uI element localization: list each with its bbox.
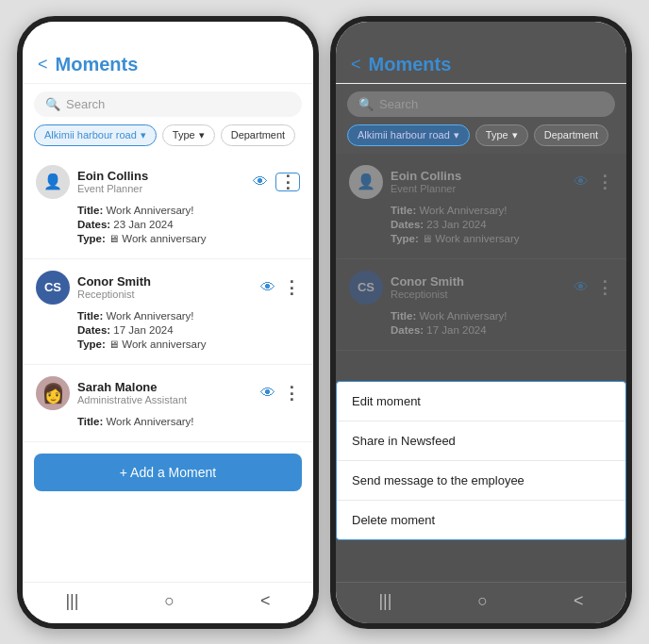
chevron-down-icon-type-right: ▾ bbox=[512, 129, 518, 141]
employee-name-2-left: Conor Smith bbox=[77, 274, 151, 289]
employee-name-3-left: Sarah Malone bbox=[77, 380, 187, 394]
context-menu-item-share[interactable]: Share in Newsfeed bbox=[337, 421, 625, 461]
filter-type-label-left: Type bbox=[173, 129, 195, 140]
filter-location-right[interactable]: Alkimii harbour road ▾ bbox=[347, 124, 470, 146]
bottom-nav-right: ||| ○ < bbox=[336, 582, 626, 623]
content-right: 👤 Eoin Collins Event Planner 👁 ⋮ Title: … bbox=[336, 154, 626, 582]
view-icon-1-left[interactable]: 👁 bbox=[253, 173, 268, 190]
content-left: 👤 Eoin Collins Event Planner 👁 ⋮ Title: … bbox=[23, 154, 313, 582]
employee-role-3-left: Administrative Assistant bbox=[77, 394, 187, 405]
chevron-down-icon-right: ▾ bbox=[454, 129, 459, 141]
search-placeholder-left: Search bbox=[66, 97, 105, 111]
chevron-down-icon-left: ▾ bbox=[141, 129, 146, 141]
filter-type-right[interactable]: Type ▾ bbox=[475, 124, 528, 146]
title-row-1-left: Title: Work Anniversary! bbox=[36, 205, 300, 216]
avatar-1-left: 👤 bbox=[36, 165, 70, 199]
status-bar-left bbox=[23, 22, 313, 48]
title-row-3-left: Title: Work Anniversary! bbox=[36, 416, 300, 427]
search-placeholder-right: Search bbox=[379, 97, 418, 111]
employee-name-1-left: Eoin Collins bbox=[77, 169, 148, 183]
search-icon-right: 🔍 bbox=[358, 97, 374, 111]
filter-dept-label-left: Department bbox=[231, 129, 285, 140]
back-button-left[interactable]: < bbox=[38, 55, 48, 74]
dates-row-2-left: Dates: 17 Jan 2024 bbox=[36, 324, 300, 336]
moment-card-3-left: 👩 Sarah Malone Administrative Assistant … bbox=[23, 365, 313, 442]
moment-card-2-left: CS Conor Smith Receptionist 👁 ⋮ Title: W… bbox=[23, 259, 313, 365]
search-icon-left: 🔍 bbox=[45, 97, 60, 111]
nav-bars-right[interactable]: ||| bbox=[378, 591, 391, 611]
avatar-2-left: CS bbox=[36, 271, 70, 305]
view-icon-3-left[interactable]: 👁 bbox=[260, 385, 275, 402]
filters-right: Alkimii harbour road ▾ Type ▾ Department bbox=[336, 124, 626, 154]
filter-location-label-right: Alkimii harbour road bbox=[358, 129, 450, 140]
dates-row-1-left: Dates: 23 Jan 2024 bbox=[36, 219, 300, 230]
filter-type-label-right: Type bbox=[486, 129, 508, 140]
bottom-nav-left: ||| ○ < bbox=[23, 582, 313, 623]
search-input-left[interactable]: 🔍 Search bbox=[34, 91, 302, 117]
type-row-1-left: Type: 🖥 Work anniversary bbox=[36, 233, 300, 244]
avatar-3-left: 👩 bbox=[36, 376, 70, 410]
nav-bars-left[interactable]: ||| bbox=[65, 591, 78, 611]
filter-dept-label-right: Department bbox=[544, 129, 598, 140]
page-title-right: Moments bbox=[369, 54, 452, 75]
nav-back-right[interactable]: < bbox=[574, 591, 584, 611]
back-button-right[interactable]: < bbox=[351, 55, 361, 74]
context-menu-item-send[interactable]: Send message to the employee bbox=[337, 461, 625, 501]
more-options-1-left[interactable]: ⋮ bbox=[275, 173, 300, 191]
moment-card-1-left: 👤 Eoin Collins Event Planner 👁 ⋮ Title: … bbox=[23, 154, 313, 259]
employee-role-1-left: Event Planner bbox=[77, 183, 148, 194]
employee-role-2-left: Receptionist bbox=[77, 289, 151, 300]
search-input-right[interactable]: 🔍 Search bbox=[347, 91, 615, 117]
filter-location-left[interactable]: Alkimii harbour road ▾ bbox=[34, 124, 157, 146]
filter-type-left[interactable]: Type ▾ bbox=[162, 124, 215, 146]
view-icon-2-left[interactable]: 👁 bbox=[260, 279, 275, 296]
header-right: < Moments bbox=[336, 48, 626, 84]
search-bar-left: 🔍 Search bbox=[23, 84, 313, 124]
more-options-2-left[interactable]: ⋮ bbox=[283, 279, 300, 296]
add-moment-button-left[interactable]: + Add a Moment bbox=[34, 454, 302, 491]
header-left: < Moments bbox=[23, 48, 313, 84]
more-options-3-left[interactable]: ⋮ bbox=[283, 385, 300, 402]
context-menu-item-delete[interactable]: Delete moment bbox=[337, 501, 625, 539]
nav-home-left[interactable]: ○ bbox=[164, 591, 175, 611]
context-menu-item-edit[interactable]: Edit moment bbox=[337, 382, 625, 421]
nav-back-left[interactable]: < bbox=[260, 591, 271, 611]
type-row-2-left: Type: 🖥 Work anniversary bbox=[36, 339, 300, 350]
phone-left: < Moments 🔍 Search Alkimii harbour road … bbox=[17, 16, 319, 629]
phone-right: < Moments 🔍 Search Alkimii harbour road … bbox=[330, 16, 632, 629]
context-menu: Edit moment Share in Newsfeed Send messa… bbox=[336, 381, 626, 540]
title-row-2-left: Title: Work Anniversary! bbox=[36, 310, 300, 322]
status-bar-right bbox=[336, 22, 626, 48]
filter-dept-right[interactable]: Department bbox=[534, 124, 608, 146]
filter-location-label-left: Alkimii harbour road bbox=[44, 129, 137, 140]
page-title-left: Moments bbox=[56, 54, 139, 75]
search-bar-right: 🔍 Search bbox=[336, 84, 626, 124]
filters-left: Alkimii harbour road ▾ Type ▾ Department bbox=[23, 124, 313, 154]
chevron-down-icon-type-left: ▾ bbox=[199, 129, 205, 141]
filter-dept-left[interactable]: Department bbox=[221, 124, 295, 146]
nav-home-right[interactable]: ○ bbox=[477, 591, 488, 611]
